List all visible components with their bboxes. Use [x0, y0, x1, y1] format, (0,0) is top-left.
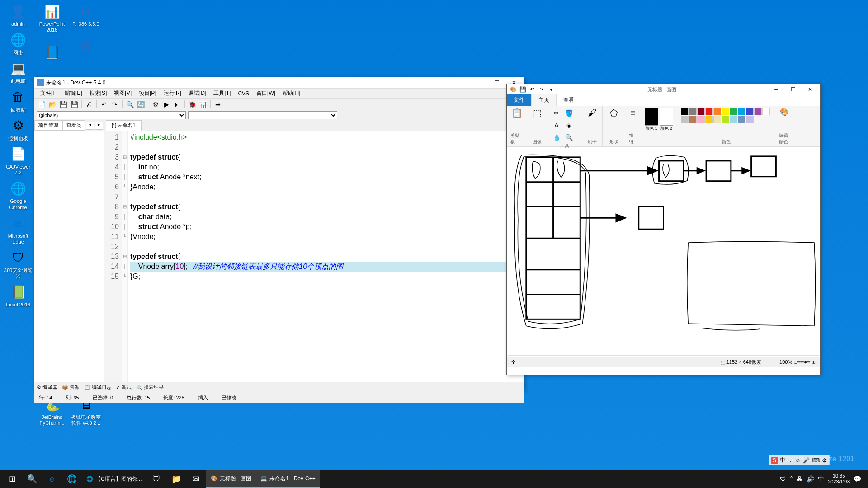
text-tool-icon[interactable]: A	[551, 120, 562, 131]
desktop-icon-control-panel[interactable]: ⚙控制面板	[2, 117, 34, 141]
desktop-icon-edge[interactable]: eMicrosoft Edge	[2, 214, 34, 245]
menu-view[interactable]: 视图[V]	[110, 89, 135, 98]
palette-color[interactable]	[681, 108, 689, 115]
profile-icon[interactable]: 📊	[198, 99, 208, 109]
palette-color[interactable]	[738, 108, 745, 115]
menu-cvs[interactable]: CVS	[234, 89, 253, 98]
compile-icon[interactable]: ⚙	[151, 99, 160, 109]
menu-edit[interactable]: 编辑[E]	[61, 89, 86, 98]
desktop-icon-r[interactable]: RR i386 3.5.0	[70, 2, 102, 27]
tab-nav-right[interactable]: ►	[95, 122, 103, 130]
desktop-icon-cajviewer[interactable]: 📄CAJViewer 7.2	[2, 145, 34, 176]
devcpp-editor[interactable]: 123456789101112131415 ⊟││└⊟││└⊟│└ #inclu…	[104, 131, 524, 382]
member-dropdown[interactable]	[188, 111, 337, 119]
paint-close-button[interactable]: ✕	[802, 85, 818, 94]
color1-swatch[interactable]	[645, 108, 658, 126]
tab-debug[interactable]: ✓调试	[116, 384, 132, 391]
devcpp-sidebar[interactable]	[34, 131, 104, 382]
paint-tab-home[interactable]: 主页	[531, 94, 557, 106]
zoom-out-icon[interactable]: ⊖	[793, 359, 797, 365]
scope-dropdown[interactable]: (globals)	[37, 111, 186, 119]
maximize-button[interactable]: ☐	[489, 78, 505, 87]
palette-color[interactable]	[738, 116, 745, 123]
taskbar-clock[interactable]: 10:35 2023/12/8	[828, 473, 850, 485]
palette-color[interactable]	[705, 108, 713, 115]
taskbar-360-icon[interactable]: 🛡	[146, 470, 166, 488]
edit-colors-icon[interactable]: 🎨	[780, 108, 789, 116]
menu-tools[interactable]: 工具[T]	[210, 89, 234, 98]
desktop-icon-thispc[interactable]: 💻此电脑	[2, 59, 34, 84]
menu-help[interactable]: 帮助[H]	[279, 89, 304, 98]
tray-shield-icon[interactable]: 🛡	[780, 475, 786, 483]
redo-icon[interactable]: ↷	[110, 99, 120, 109]
desktop-icon-network[interactable]: 🌐网络	[2, 31, 34, 56]
goto-icon[interactable]: ➡	[213, 99, 223, 109]
palette-color[interactable]	[746, 108, 754, 115]
zoom-in-icon[interactable]: ⊕	[811, 359, 816, 365]
notifications-icon[interactable]: 💬	[854, 475, 861, 483]
tab-compile-log[interactable]: 📋编译日志	[84, 384, 112, 391]
paint-minimize-button[interactable]: ─	[769, 85, 784, 94]
pencil-tool-icon[interactable]: ✏	[551, 108, 562, 118]
menu-file[interactable]: 文件[F]	[37, 89, 61, 98]
new-file-icon[interactable]: 📄	[37, 99, 47, 109]
qat-dropdown-icon[interactable]: ▾	[547, 85, 555, 94]
paste-icon[interactable]: 📋	[511, 108, 523, 118]
palette-color[interactable]	[746, 116, 754, 123]
desktop-icon-word[interactable]: 📘	[36, 43, 68, 62]
select-icon[interactable]: ⬚	[533, 108, 542, 118]
color2-swatch[interactable]	[660, 108, 673, 126]
file-tab[interactable]: [*] 未命名1	[106, 120, 142, 131]
minimize-button[interactable]: ─	[472, 78, 488, 87]
menu-run[interactable]: 运行[R]	[160, 89, 185, 98]
save-all-icon[interactable]: 💾	[69, 99, 79, 109]
find-icon[interactable]: 🔍	[125, 99, 135, 109]
undo-icon[interactable]: ↶	[99, 99, 109, 109]
taskbar-app-paint[interactable]: 🎨无标题 - 画图	[206, 470, 256, 488]
palette-color[interactable]	[697, 108, 705, 115]
palette-color[interactable]	[697, 116, 705, 123]
devcpp-titlebar[interactable]: 未命名1 - Dev-C++ 5.4.0 ─ ☐ ✕	[34, 77, 524, 89]
tray-up-icon[interactable]: ˄	[790, 475, 793, 483]
menu-search[interactable]: 搜索[S]	[86, 89, 111, 98]
desktop-icon-excel[interactable]: 📗Excel 2016	[2, 283, 34, 308]
palette-color[interactable]	[681, 116, 689, 123]
tab-compiler[interactable]: ⚙编译器	[37, 384, 57, 391]
desktop-icon-360browser[interactable]: 🛡360安全浏览器	[2, 249, 34, 279]
shapes-icon[interactable]: ⬠	[610, 108, 618, 118]
code-text-area[interactable]: #include<stdio.h>typedef struct{ int no;…	[128, 131, 524, 382]
desktop-icon-recycle[interactable]: 🗑回收站	[2, 88, 34, 113]
fill-tool-icon[interactable]: 🪣	[563, 108, 574, 118]
debug-icon[interactable]: 🐞	[187, 99, 197, 109]
desktop-icon-admin[interactable]: 👤admin	[2, 2, 34, 27]
taskbar-explorer-icon[interactable]: 📁	[166, 470, 186, 488]
palette-color[interactable]	[705, 116, 713, 123]
taskbar-edge-icon[interactable]: e	[42, 470, 62, 488]
paint-canvas[interactable]	[508, 148, 819, 356]
desktop-icon-chrome[interactable]: 🌐Google Chrome	[2, 179, 34, 210]
tray-ime-icon[interactable]: 中	[818, 475, 824, 483]
save-icon[interactable]: 💾	[58, 99, 68, 109]
fold-gutter[interactable]: ⊟││└⊟││└⊟│└	[122, 131, 128, 382]
tray-network-icon[interactable]: 🖧	[797, 475, 803, 483]
open-file-icon[interactable]: 📂	[47, 99, 57, 109]
taskbar-mail-icon[interactable]: ✉	[186, 470, 206, 488]
tab-nav-left[interactable]: ◄	[86, 122, 94, 130]
paint-tab-view[interactable]: 查看	[557, 94, 581, 106]
paint-tab-file[interactable]: 文件	[507, 94, 531, 106]
palette-color[interactable]	[722, 108, 729, 115]
print-icon[interactable]: 🖨	[84, 99, 94, 109]
palette-color[interactable]	[762, 108, 770, 115]
side-tab-classes[interactable]: 查看类	[62, 120, 85, 131]
run-icon[interactable]: ▶	[161, 99, 171, 109]
taskbar-app-devcpp[interactable]: 💻未命名1 - Dev-C++	[256, 470, 320, 488]
eraser-tool-icon[interactable]: ◈	[563, 120, 574, 131]
palette-color[interactable]	[689, 108, 697, 115]
tab-resources[interactable]: 📦资源	[62, 384, 80, 391]
palette-color[interactable]	[754, 108, 762, 115]
menu-window[interactable]: 窗口[W]	[253, 89, 279, 98]
taskbar-chrome-icon[interactable]: 🌐	[62, 470, 82, 488]
save-icon[interactable]: 💾	[519, 85, 527, 94]
menu-debug[interactable]: 调试[D]	[185, 89, 210, 98]
palette-color[interactable]	[713, 108, 721, 115]
